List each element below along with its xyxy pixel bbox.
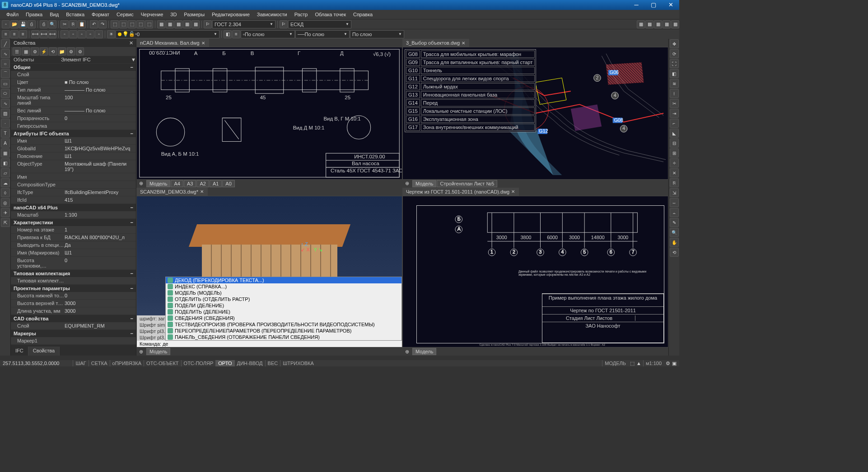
properties-close-icon[interactable]: ✕ — [129, 40, 133, 46]
tool-g-icon[interactable]: ▦ — [166, 20, 174, 28]
block-d-icon[interactable]: ▫ — [86, 30, 94, 38]
prop-tool-c-icon[interactable]: ⚙ — [31, 47, 39, 56]
undo-icon[interactable]: ↶ — [90, 20, 98, 28]
layout-tab[interactable]: A2 — [196, 180, 209, 187]
layer-icon[interactable]: ≡ — [2, 30, 10, 38]
ucs-icon[interactable]: ⊕ — [139, 180, 143, 186]
layout-tab[interactable]: A1 — [210, 180, 222, 187]
copy-icon[interactable]: ⎘ — [69, 20, 77, 28]
pedit-tool-icon[interactable]: ✎ — [670, 218, 679, 227]
menu-растр[interactable]: Растр — [291, 11, 312, 18]
window-arrange-icon[interactable]: ▦ — [654, 20, 662, 28]
nav2-tool-icon[interactable]: ⇱ — [1, 218, 10, 227]
eskd-combo[interactable]: ЕСКД▼ — [288, 20, 351, 28]
layout-tab[interactable]: Стройгенплан Лист №5 — [437, 180, 497, 187]
orbit-icon[interactable]: ⟲ — [670, 248, 679, 257]
prop-row[interactable]: Гиперссылка — [11, 122, 136, 130]
mirror-tool-icon[interactable]: ◧ — [670, 69, 679, 78]
annotation-icon[interactable]: ▲ — [636, 361, 641, 366]
prop-tool-f-icon[interactable]: 📁 — [58, 47, 66, 56]
rect-tool-icon[interactable]: ▭ — [1, 79, 10, 88]
status-toggle-ВЕС[interactable]: ВЕС — [265, 360, 280, 366]
prop-row[interactable]: Привязка к БДRACKLAN 800*800*42U_л — [11, 234, 136, 241]
open-icon[interactable]: 📂 — [10, 20, 19, 28]
polyline-tool-icon[interactable]: ∿ — [1, 49, 10, 58]
ozoom-icon[interactable]: 🔍 — [670, 228, 679, 237]
ltype-icon[interactable]: ≡ — [232, 30, 240, 38]
prop-tool-g-icon[interactable]: ⚙ — [67, 47, 75, 56]
chamfer-tool-icon[interactable]: ◣ — [670, 129, 679, 138]
dim-a-icon[interactable]: ⟷ — [31, 30, 39, 38]
tab-properties[interactable]: Свойства — [28, 347, 60, 356]
prop-tool-d-icon[interactable]: ⚡ — [40, 47, 48, 56]
preview-icon[interactable]: 🔍 — [48, 20, 56, 28]
tool-c-icon[interactable]: ⬚ — [128, 20, 136, 28]
prop-row[interactable]: IfcTypeIfcBuildingElementProxy — [11, 189, 136, 196]
prop-row[interactable]: Выводить в специ…Да — [11, 241, 136, 249]
prop-section-header[interactable]: CAD свойства− — [11, 315, 136, 322]
scale-tool-icon[interactable]: ⛶ — [670, 59, 679, 68]
autocomplete-item[interactable]: ПЕРЕОПРЕДЕЛЕНИЕПАРАМЕТРОВ (ПЕРЕОПРЕДЕЛЕН… — [166, 328, 401, 334]
gost-combo[interactable]: ГОСТ 2.304▼ — [212, 20, 275, 28]
prop-row[interactable]: Вес линий———— По слою — [11, 107, 136, 115]
block-b-icon[interactable]: ▫ — [69, 30, 77, 38]
explode-tool-icon[interactable]: ✧ — [670, 158, 679, 167]
view-tab-mech[interactable]: nCAD Механика. Вал.dwg✕ — [136, 39, 209, 47]
prop-row[interactable]: Прозрачность0 — [11, 115, 136, 122]
print-icon[interactable]: ⎙ — [40, 20, 48, 28]
tool-i-icon[interactable]: ▦ — [183, 20, 191, 28]
prop-row[interactable]: Высота верхней т…3000 — [11, 300, 136, 307]
new-icon[interactable]: ▫ — [2, 20, 10, 28]
prop-row[interactable]: IfcId415 — [11, 196, 136, 204]
autocomplete-item[interactable]: ПОДЕЛИТЬ (ДЕЛЕНИЕ) — [166, 309, 401, 315]
menu-вид[interactable]: Вид — [46, 11, 62, 18]
autocomplete-item[interactable]: ДЕКОД (ПЕРЕКОДИРОВКА ТЕКСТА...) — [166, 277, 401, 283]
status-toggle-ОТС-ОБЪЕКТ[interactable]: ОТС-ОБЪЕКТ — [144, 360, 181, 366]
rotate-tool-icon[interactable]: ⟳ — [670, 49, 679, 58]
viewport-map[interactable]: G06 G12 G08 4 4 2 G08Трасса для мобильны… — [402, 47, 668, 180]
prop-tool-h-icon[interactable]: ⚙ — [76, 47, 84, 56]
menu-формат[interactable]: Формат — [88, 11, 113, 18]
array-tool-icon[interactable]: ⁞ — [670, 89, 679, 98]
autocomplete-item[interactable]: ТЕСТВИДЕОПРОИЗВ (ПРОВЕРКА ПРОИЗВОДИТЕЛЬН… — [166, 321, 401, 328]
layer-c-icon[interactable]: ≡ — [19, 30, 27, 38]
tool-a-icon[interactable]: ⬚ — [111, 20, 119, 28]
autocomplete-item[interactable]: ПОДЕЛИ (ДЕЛЕНИЕ) — [166, 302, 401, 309]
spline-tool-icon[interactable]: ∿ — [1, 99, 10, 108]
prop-row[interactable]: GlobalId1KC$rHGQz5vxBWeHPIeZvq — [11, 145, 136, 153]
text-tool-icon[interactable]: T — [1, 129, 10, 138]
trim-tool-icon[interactable]: ✂ — [670, 99, 679, 108]
mtext-tool-icon[interactable]: A — [1, 139, 10, 148]
layout-tab[interactable]: Модель — [412, 348, 436, 355]
tool-d-icon[interactable]: ⬚ — [136, 20, 145, 28]
tool-j-icon[interactable]: ▦ — [191, 20, 200, 28]
ucs-icon[interactable]: ⊕ — [405, 180, 409, 186]
prop-row[interactable]: Типовая комплект… — [11, 277, 136, 285]
tab-close-icon[interactable]: ✕ — [201, 41, 205, 46]
status-gear-icon[interactable]: ⚙ — [666, 361, 670, 366]
viewport-3d[interactable]: ↑ Z ↙ X Y ↘ ДЕКОД (ПЕРЕКОДИРОВКА ТЕКСТА.… — [136, 196, 402, 347]
window-split-icon[interactable]: ▦ — [663, 20, 671, 28]
iso-icon[interactable]: ⬚ — [630, 361, 635, 366]
prop-section-header[interactable]: Проектные параметры− — [11, 285, 136, 292]
nav-tool-icon[interactable]: ✈ — [1, 208, 10, 217]
maximize-button[interactable]: ▢ — [645, 0, 662, 10]
paste-icon[interactable]: 📋 — [78, 20, 86, 28]
menu-правка[interactable]: Правка — [22, 11, 46, 18]
lineweight-combo[interactable]: ── По слою▼ — [295, 30, 350, 38]
prop-section-header[interactable]: Маркеры− — [11, 330, 136, 337]
prop-row[interactable]: Слой — [11, 71, 136, 79]
ucs-icon[interactable]: ⊕ — [405, 349, 409, 355]
arc-tool-icon[interactable]: ⌒ — [1, 69, 10, 78]
align-tool-icon[interactable]: ⫠ — [670, 208, 679, 217]
wipeout-tool-icon[interactable]: ◊ — [1, 188, 10, 197]
prop-tool-b-icon[interactable]: ▦ — [22, 47, 30, 56]
autocomplete-item[interactable]: ПАНЕЛЬ_СВЕДЕНИЯ (ОТОБРАЖЕНИЕ ПАНЕЛИ СВЕД… — [166, 334, 401, 340]
color-icon[interactable]: ◧ — [224, 30, 232, 38]
layout-tab[interactable]: A4 — [171, 180, 183, 187]
boundary-tool-icon[interactable]: ▱ — [1, 168, 10, 177]
prop-row[interactable]: ПояснениеШ1 — [11, 153, 136, 160]
break-tool-icon[interactable]: ⊟ — [670, 139, 679, 148]
menu-облака точек[interactable]: Облака точек — [311, 11, 350, 18]
command-autocomplete[interactable]: ДЕКОД (ПЕРЕКОДИРОВКА ТЕКСТА...)ИНДЕКС (С… — [165, 277, 402, 341]
